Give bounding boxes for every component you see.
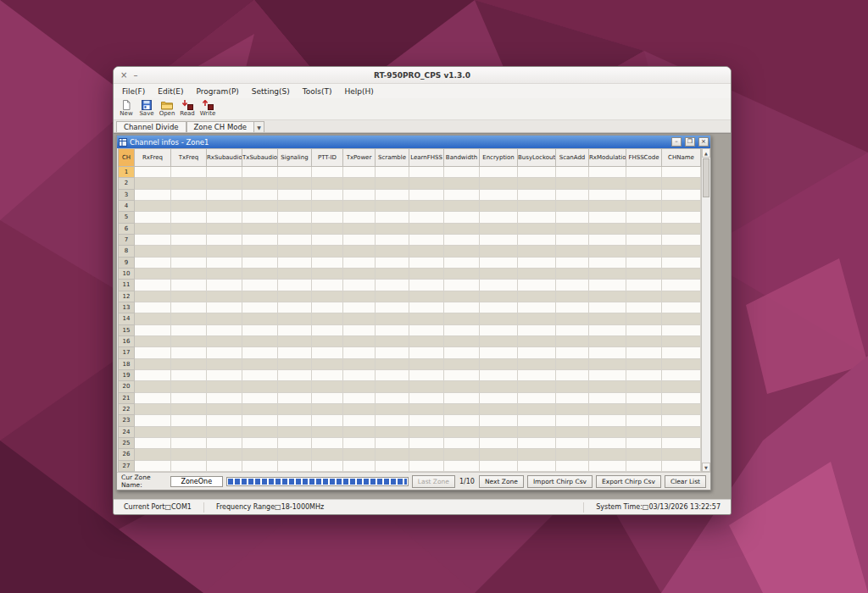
channel-cell[interactable] bbox=[278, 392, 312, 403]
channel-cell[interactable] bbox=[312, 268, 343, 279]
last-zone-button[interactable]: Last Zone bbox=[412, 475, 455, 488]
channel-cell[interactable] bbox=[556, 335, 589, 346]
channel-cell[interactable] bbox=[207, 449, 242, 460]
column-header-ptt-id[interactable]: PTT-ID bbox=[312, 149, 343, 167]
toolbar-save-button[interactable]: Save bbox=[136, 99, 157, 118]
channel-cell[interactable] bbox=[662, 178, 701, 189]
channel-cell[interactable] bbox=[662, 200, 701, 211]
column-header-rxfreq[interactable]: RxFreq bbox=[135, 149, 171, 167]
row-number-cell[interactable]: 19 bbox=[119, 369, 135, 380]
channel-cell[interactable] bbox=[444, 291, 480, 302]
channel-cell[interactable] bbox=[278, 257, 312, 268]
channel-cell[interactable] bbox=[556, 415, 589, 426]
channel-cell[interactable] bbox=[409, 257, 444, 268]
channel-cell[interactable] bbox=[589, 415, 626, 426]
channel-cell[interactable] bbox=[444, 223, 480, 234]
channel-cell[interactable] bbox=[135, 167, 171, 178]
channel-cell[interactable] bbox=[343, 392, 376, 403]
channel-cell[interactable] bbox=[135, 178, 171, 189]
channel-cell[interactable] bbox=[626, 335, 662, 346]
channel-cell[interactable] bbox=[171, 460, 207, 471]
channel-cell[interactable] bbox=[556, 268, 589, 279]
channel-cell[interactable] bbox=[278, 381, 312, 392]
channel-cell[interactable] bbox=[589, 280, 626, 291]
channel-cell[interactable] bbox=[626, 358, 662, 369]
channel-cell[interactable] bbox=[242, 223, 278, 234]
channel-cell[interactable] bbox=[480, 178, 518, 189]
channel-cell[interactable] bbox=[207, 381, 242, 392]
channel-cell[interactable] bbox=[556, 369, 589, 380]
channel-cell[interactable] bbox=[376, 460, 409, 471]
channel-cell[interactable] bbox=[278, 426, 312, 437]
channel-cell[interactable] bbox=[409, 280, 444, 291]
channel-cell[interactable] bbox=[409, 335, 444, 346]
channel-cell[interactable] bbox=[171, 257, 207, 268]
tab-zone-ch-mode[interactable]: Zone CH Mode bbox=[186, 121, 255, 132]
channel-cell[interactable] bbox=[135, 358, 171, 369]
channel-cell[interactable] bbox=[626, 449, 662, 460]
channel-cell[interactable] bbox=[662, 335, 701, 346]
channel-cell[interactable] bbox=[480, 291, 518, 302]
channel-cell[interactable] bbox=[626, 381, 662, 392]
channel-cell[interactable] bbox=[312, 291, 343, 302]
child-close-button[interactable]: × bbox=[698, 137, 709, 147]
channel-cell[interactable] bbox=[376, 223, 409, 234]
channel-cell[interactable] bbox=[518, 200, 556, 211]
channel-cell[interactable] bbox=[480, 460, 518, 471]
row-number-cell[interactable]: 4 bbox=[119, 200, 135, 211]
channel-cell[interactable] bbox=[207, 280, 242, 291]
channel-cell[interactable] bbox=[518, 291, 556, 302]
channel-cell[interactable] bbox=[312, 403, 343, 414]
channel-cell[interactable] bbox=[518, 403, 556, 414]
channel-cell[interactable] bbox=[312, 189, 343, 200]
channel-cell[interactable] bbox=[444, 347, 480, 358]
zone-name-input[interactable] bbox=[170, 476, 223, 487]
channel-cell[interactable] bbox=[480, 449, 518, 460]
channel-cell[interactable] bbox=[278, 369, 312, 380]
channel-cell[interactable] bbox=[171, 324, 207, 335]
channel-cell[interactable] bbox=[518, 167, 556, 178]
chevron-down-icon[interactable]: ▼ bbox=[254, 121, 264, 132]
channel-cell[interactable] bbox=[376, 449, 409, 460]
channel-cell[interactable] bbox=[518, 324, 556, 335]
channel-cell[interactable] bbox=[444, 324, 480, 335]
column-header-signaling[interactable]: Signaling bbox=[278, 149, 312, 167]
row-number-cell[interactable]: 5 bbox=[119, 212, 135, 223]
row-number-cell[interactable]: 9 bbox=[119, 257, 135, 268]
channel-cell[interactable] bbox=[662, 313, 701, 324]
channel-cell[interactable] bbox=[171, 189, 207, 200]
channel-cell[interactable] bbox=[556, 403, 589, 414]
channel-cell[interactable] bbox=[343, 437, 376, 448]
channel-cell[interactable] bbox=[626, 460, 662, 471]
channel-cell[interactable] bbox=[626, 437, 662, 448]
channel-cell[interactable] bbox=[662, 291, 701, 302]
channel-cell[interactable] bbox=[207, 392, 242, 403]
channel-cell[interactable] bbox=[662, 392, 701, 403]
channel-cell[interactable] bbox=[171, 291, 207, 302]
channel-cell[interactable] bbox=[135, 381, 171, 392]
channel-cell[interactable] bbox=[518, 246, 556, 257]
channel-cell[interactable] bbox=[518, 212, 556, 223]
channel-cell[interactable] bbox=[376, 426, 409, 437]
channel-cell[interactable] bbox=[556, 167, 589, 178]
channel-cell[interactable] bbox=[242, 302, 278, 313]
channel-cell[interactable] bbox=[343, 234, 376, 245]
channel-cell[interactable] bbox=[207, 335, 242, 346]
channel-cell[interactable] bbox=[376, 212, 409, 223]
channel-cell[interactable] bbox=[376, 313, 409, 324]
channel-cell[interactable] bbox=[242, 437, 278, 448]
channel-cell[interactable] bbox=[444, 200, 480, 211]
channel-cell[interactable] bbox=[589, 246, 626, 257]
channel-cell[interactable] bbox=[207, 189, 242, 200]
channel-cell[interactable] bbox=[278, 347, 312, 358]
channel-cell[interactable] bbox=[589, 369, 626, 380]
channel-cell[interactable] bbox=[242, 167, 278, 178]
channel-cell[interactable] bbox=[278, 460, 312, 471]
channel-cell[interactable] bbox=[556, 280, 589, 291]
channel-cell[interactable] bbox=[589, 449, 626, 460]
row-number-cell[interactable]: 10 bbox=[119, 268, 135, 279]
row-number-cell[interactable]: 3 bbox=[119, 189, 135, 200]
channel-cell[interactable] bbox=[242, 392, 278, 403]
channel-cell[interactable] bbox=[242, 358, 278, 369]
channel-cell[interactable] bbox=[662, 302, 701, 313]
